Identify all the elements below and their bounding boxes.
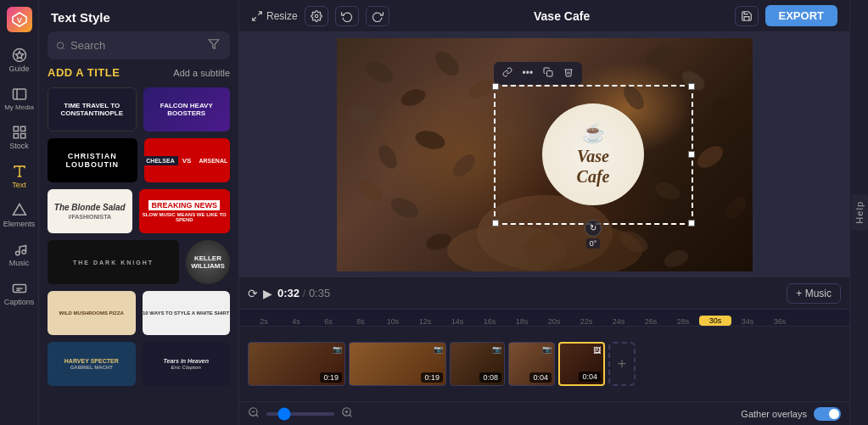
- clip-1[interactable]: 0:19 📷: [248, 342, 345, 386]
- template-harvey[interactable]: HARVEY SPECTER GABRIEL MACHT: [48, 342, 136, 386]
- handle-br[interactable]: [688, 220, 695, 226]
- template-arsenal[interactable]: CHELSEA VS ARSENAL: [144, 138, 231, 182]
- svg-point-28: [449, 150, 479, 180]
- timeline-bottom: Gather overlays: [239, 401, 849, 425]
- svg-point-23: [347, 104, 377, 124]
- sidebar-item-captions[interactable]: Captions: [3, 276, 36, 311]
- sidebar-item-text[interactable]: Text: [3, 159, 36, 194]
- svg-line-46: [256, 415, 259, 417]
- add-title-button[interactable]: ADD A TITLE: [48, 66, 120, 79]
- rotate-indicator: ↻ 0°: [585, 220, 602, 249]
- restart-button[interactable]: ⟳: [248, 287, 258, 300]
- clip-2[interactable]: 0:19 📷: [349, 342, 446, 386]
- clip-4[interactable]: 0:04 📷: [508, 342, 555, 386]
- template-tears[interactable]: Tears in Heaven Eric Clapton: [143, 342, 231, 386]
- undo-button[interactable]: [335, 6, 359, 26]
- clip-4-icon: 📷: [542, 345, 552, 354]
- rotate-button[interactable]: ↻: [585, 220, 602, 237]
- sidebar-item-music[interactable]: Music: [3, 237, 36, 272]
- ruler-mark: 36s: [764, 317, 796, 326]
- canvas-more-button[interactable]: •••: [519, 65, 537, 81]
- app-logo[interactable]: V: [7, 7, 32, 32]
- templates-row-2: CHRISTIANLOUBOUTIN CHELSEA VS ARSENAL: [48, 138, 230, 182]
- canvas-copy-button[interactable]: [540, 65, 557, 81]
- handle-mr[interactable]: [688, 151, 695, 158]
- clip-5-icon: 🖼: [593, 346, 601, 355]
- clip-5[interactable]: 0:04 🖼: [558, 342, 605, 386]
- clip-1-icon: 📷: [333, 345, 342, 354]
- zoom-slider[interactable]: [266, 412, 334, 416]
- timeline-controls: ⟳ ▶ 0:32 / 0:35 + Music: [239, 277, 849, 310]
- timeline: ⟳ ▶ 0:32 / 0:35 + Music 2s 4s 6s 8s 10s: [239, 277, 849, 425]
- clip-3[interactable]: 0:08 📷: [450, 342, 505, 386]
- template-time-travel[interactable]: TIME TRAVEL TOCONSTANTINOPLE: [48, 87, 137, 131]
- svg-rect-6: [14, 126, 18, 131]
- svg-point-17: [57, 42, 63, 48]
- search-bar: [48, 31, 230, 59]
- template-white-shirt[interactable]: 10 WAYS TO STYLE A WHITE SHIRT: [143, 291, 231, 335]
- template-keller[interactable]: KELLERWILLIAMS: [186, 240, 230, 284]
- save-button[interactable]: [735, 6, 759, 26]
- sidebar-item-stock[interactable]: Stock: [3, 120, 36, 155]
- templates-row-5: WILD MUSHROOMS PIZZA 10 WAYS TO STYLE A …: [48, 291, 230, 335]
- settings-button[interactable]: [305, 6, 328, 26]
- canvas-link-button[interactable]: [499, 65, 516, 81]
- zoom-out-button[interactable]: [248, 406, 260, 421]
- ruler-mark: 28s: [667, 317, 699, 326]
- sidebar-item-guide[interactable]: Guide: [3, 42, 36, 78]
- template-falcon[interactable]: FALCON HEAVYBOOSTERS: [143, 87, 231, 131]
- clip-1-duration: 0:19: [320, 372, 342, 383]
- redo-button[interactable]: [366, 6, 389, 26]
- svg-point-24: [430, 47, 462, 79]
- svg-point-31: [355, 176, 385, 204]
- templates-row-4: THE DARK KNIGHT KELLERWILLIAMS: [48, 240, 230, 284]
- canvas-delete-button[interactable]: [560, 65, 577, 81]
- toggle-knob: [829, 409, 839, 419]
- svg-line-49: [350, 415, 352, 417]
- logo-text: Vase Cafe: [577, 146, 610, 187]
- play-button[interactable]: ▶: [263, 287, 272, 300]
- templates-row-3: The Blonde Salad #FASHIONISTA BREAKING N…: [48, 189, 230, 233]
- search-input[interactable]: [70, 39, 201, 52]
- angle-display: 0°: [586, 238, 601, 249]
- filter-button[interactable]: [206, 36, 221, 54]
- ruler-mark: 16s: [473, 317, 506, 326]
- svg-point-20: [315, 14, 318, 18]
- top-bar-right: EXPORT: [735, 5, 837, 26]
- canvas-preview[interactable]: ••• ☕ Vase: [337, 38, 753, 271]
- export-button[interactable]: EXPORT: [765, 5, 837, 26]
- add-subtitle-button[interactable]: Add a subtitle: [173, 68, 230, 78]
- handle-bl[interactable]: [492, 220, 499, 226]
- sidebar-item-elements[interactable]: Elements: [3, 198, 36, 233]
- current-time: 0:32: [277, 287, 300, 299]
- help-button[interactable]: Help: [851, 194, 868, 231]
- svg-point-22: [398, 86, 427, 109]
- svg-point-40: [661, 247, 690, 270]
- gather-overlays-control: Gather overlays: [360, 407, 841, 421]
- clip-5-duration: 0:04: [579, 372, 601, 382]
- add-music-button[interactable]: + Music: [787, 283, 841, 304]
- svg-rect-4: [13, 89, 25, 99]
- zoom-in-button[interactable]: [341, 406, 353, 421]
- add-title-row: ADD A TITLE Add a subtitle: [48, 66, 230, 79]
- template-dark-knight[interactable]: THE DARK KNIGHT: [48, 240, 179, 284]
- canvas-logo: ☕ Vase Cafe: [542, 103, 644, 205]
- clip-3-duration: 0:08: [479, 372, 501, 383]
- add-clip-button[interactable]: +: [608, 342, 636, 386]
- selection-box[interactable]: ☕ Vase Cafe ↻ 0°: [494, 85, 693, 225]
- svg-marker-3: [15, 52, 23, 59]
- sidebar-item-my-media[interactable]: My Media: [3, 81, 36, 116]
- svg-text:V: V: [16, 16, 21, 25]
- ruler-mark: 18s: [506, 317, 538, 326]
- handle-tr[interactable]: [688, 83, 695, 90]
- template-blonde-salad[interactable]: The Blonde Salad #FASHIONISTA: [48, 189, 132, 233]
- gather-overlays-toggle[interactable]: [814, 407, 841, 421]
- template-louboutin[interactable]: CHRISTIANLOUBOUTIN: [48, 138, 137, 182]
- top-bar-left: Resize: [251, 6, 389, 26]
- template-breaking-news[interactable]: BREAKING NEWS SLOW MUSIC MEANS WE LIKE T…: [139, 189, 231, 233]
- handle-tl[interactable]: [492, 83, 499, 90]
- templates-row-1: TIME TRAVEL TOCONSTANTINOPLE FALCON HEAV…: [48, 87, 230, 131]
- resize-button[interactable]: Resize: [251, 10, 298, 22]
- clip-2-duration: 0:19: [421, 372, 443, 383]
- template-mushroom[interactable]: WILD MUSHROOMS PIZZA: [48, 291, 136, 335]
